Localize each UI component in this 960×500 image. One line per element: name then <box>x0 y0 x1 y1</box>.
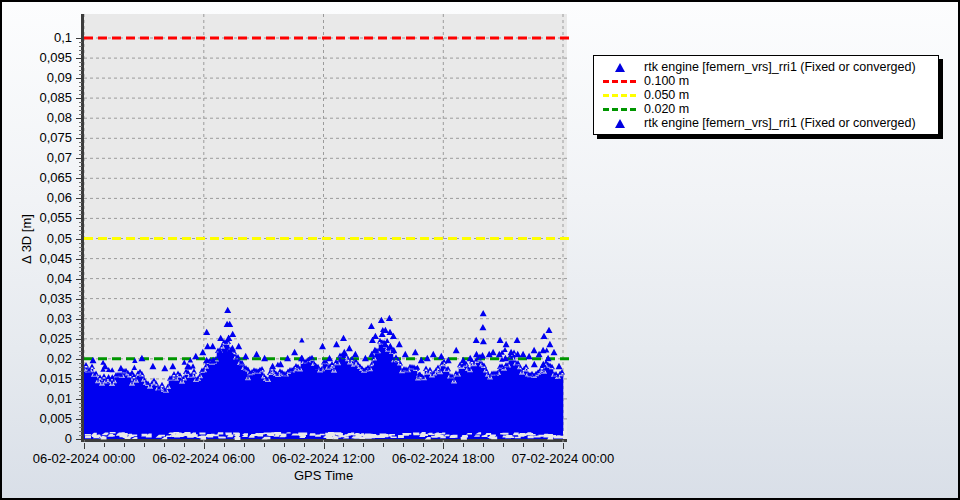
x-minor-tick-mark <box>403 443 404 447</box>
y-minor-tick-mark <box>79 351 82 352</box>
y-minor-tick-mark <box>79 251 82 252</box>
legend-item-label: 0.050 m <box>642 88 689 102</box>
x-tick-label: 06-02-2024 06:00 <box>144 451 264 466</box>
y-minor-tick-mark <box>79 226 82 227</box>
scatter-plot-canvas <box>84 14 570 442</box>
y-tick-mark <box>76 279 82 280</box>
y-tick-label: 0 <box>2 431 74 447</box>
y-minor-tick-mark <box>79 383 82 384</box>
y-tick-label: 0,015 <box>2 371 74 387</box>
x-tick-mark <box>563 443 564 449</box>
y-tick-mark <box>76 359 82 360</box>
x-minor-tick-mark <box>284 443 285 447</box>
y-tick-label: 0,1 <box>2 30 74 46</box>
x-minor-tick-mark <box>124 443 125 447</box>
y-minor-tick-mark <box>79 166 82 167</box>
y-tick-mark <box>76 58 82 59</box>
x-minor-tick-mark <box>304 443 305 447</box>
y-minor-tick-mark <box>79 50 82 51</box>
legend-item-4[interactable]: rtk engine [femern_vrs]_rri1 (Fixed or c… <box>598 116 934 130</box>
y-minor-tick-mark <box>79 134 82 135</box>
x-minor-tick-mark <box>244 443 245 447</box>
x-minor-tick-mark <box>184 443 185 447</box>
y-minor-tick-mark <box>79 431 82 432</box>
y-minor-tick-mark <box>79 311 82 312</box>
y-minor-tick-mark <box>79 194 82 195</box>
y-tick-label: 0,065 <box>2 170 74 186</box>
x-minor-tick-mark <box>483 443 484 447</box>
y-tick-mark <box>76 138 82 139</box>
scatter-data-mass <box>84 327 565 439</box>
y-minor-tick-mark <box>79 74 82 75</box>
y-minor-tick-mark <box>79 367 82 368</box>
triangle-marker-icon <box>598 119 642 128</box>
y-minor-tick-mark <box>79 395 82 396</box>
y-minor-tick-mark <box>79 411 82 412</box>
x-tick-label: 06-02-2024 12:00 <box>264 451 384 466</box>
y-minor-tick-mark <box>79 327 82 328</box>
dashed-line-icon <box>598 108 642 111</box>
y-axis-title: Δ 3D [m] <box>19 214 34 264</box>
y-minor-tick-mark <box>79 263 82 264</box>
legend-item-label: rtk engine [femern_vrs]_rri1 (Fixed or c… <box>642 60 916 74</box>
legend-item-label: 0.020 m <box>642 102 689 116</box>
y-minor-tick-mark <box>79 323 82 324</box>
y-tick-label: 0,09 <box>2 70 74 86</box>
legend-item-label: 0.100 m <box>642 74 689 88</box>
dashed-line-icon <box>598 80 642 83</box>
x-minor-tick-mark <box>503 443 504 447</box>
y-minor-tick-mark <box>79 62 82 63</box>
y-minor-tick-mark <box>79 206 82 207</box>
y-minor-tick-mark <box>79 363 82 364</box>
y-tick-label: 0,035 <box>2 291 74 307</box>
plot-area[interactable] <box>81 14 567 442</box>
y-minor-tick-mark <box>79 295 82 296</box>
y-minor-tick-mark <box>79 202 82 203</box>
y-minor-tick-mark <box>79 142 82 143</box>
y-tick-mark <box>76 239 82 240</box>
y-minor-tick-mark <box>79 190 82 191</box>
y-minor-tick-mark <box>79 130 82 131</box>
legend-item-3[interactable]: 0.020 m <box>598 102 934 116</box>
y-tick-label: 0,005 <box>2 411 74 427</box>
dashed-line-icon <box>598 94 642 97</box>
y-minor-tick-mark <box>79 86 82 87</box>
y-minor-tick-mark <box>79 54 82 55</box>
x-minor-tick-mark <box>363 443 364 447</box>
y-minor-tick-mark <box>79 427 82 428</box>
y-tick-label: 0,095 <box>2 50 74 66</box>
y-minor-tick-mark <box>79 150 82 151</box>
y-tick-mark <box>76 319 82 320</box>
y-minor-tick-mark <box>79 375 82 376</box>
y-tick-label: 0,06 <box>2 190 74 206</box>
y-tick-label: 0,045 <box>2 251 74 267</box>
x-minor-tick-mark <box>224 443 225 447</box>
y-minor-tick-mark <box>79 66 82 67</box>
legend-item-0[interactable]: rtk engine [femern_vrs]_rri1 (Fixed or c… <box>598 60 934 74</box>
y-minor-tick-mark <box>79 110 82 111</box>
chart-window: 00,0050,010,0150,020,0250,030,0350,040,0… <box>0 0 960 500</box>
legend-item-2[interactable]: 0.050 m <box>598 88 934 102</box>
y-minor-tick-mark <box>79 46 82 47</box>
y-tick-label: 0,04 <box>2 271 74 287</box>
legend-box[interactable]: rtk engine [femern_vrs]_rri1 (Fixed or c… <box>593 55 939 135</box>
y-minor-tick-mark <box>79 114 82 115</box>
y-minor-tick-mark <box>79 347 82 348</box>
x-minor-tick-mark <box>463 443 464 447</box>
y-tick-mark <box>76 38 82 39</box>
y-tick-mark <box>76 419 82 420</box>
y-minor-tick-mark <box>79 222 82 223</box>
x-tick-mark <box>443 443 444 449</box>
y-tick-label: 0,01 <box>2 391 74 407</box>
y-tick-mark <box>76 399 82 400</box>
y-tick-label: 0,03 <box>2 311 74 327</box>
y-minor-tick-mark <box>79 435 82 436</box>
x-minor-tick-mark <box>423 443 424 447</box>
y-minor-tick-mark <box>79 70 82 71</box>
x-tick-mark <box>84 443 85 449</box>
y-tick-mark <box>76 118 82 119</box>
y-minor-tick-mark <box>79 423 82 424</box>
x-minor-tick-mark <box>543 443 544 447</box>
legend-item-1[interactable]: 0.100 m <box>598 74 934 88</box>
y-minor-tick-mark <box>79 307 82 308</box>
